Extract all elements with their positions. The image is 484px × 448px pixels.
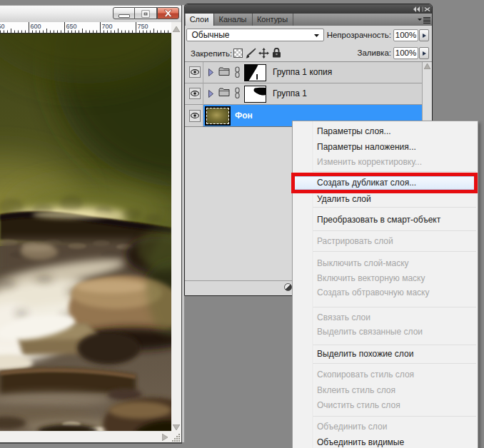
svg-text:700: 700 [102, 23, 113, 30]
svg-text:600: 600 [31, 23, 41, 30]
svg-text:650: 650 [66, 23, 77, 30]
svg-text:550: 550 [0, 23, 5, 30]
svg-text:750: 750 [138, 23, 148, 30]
